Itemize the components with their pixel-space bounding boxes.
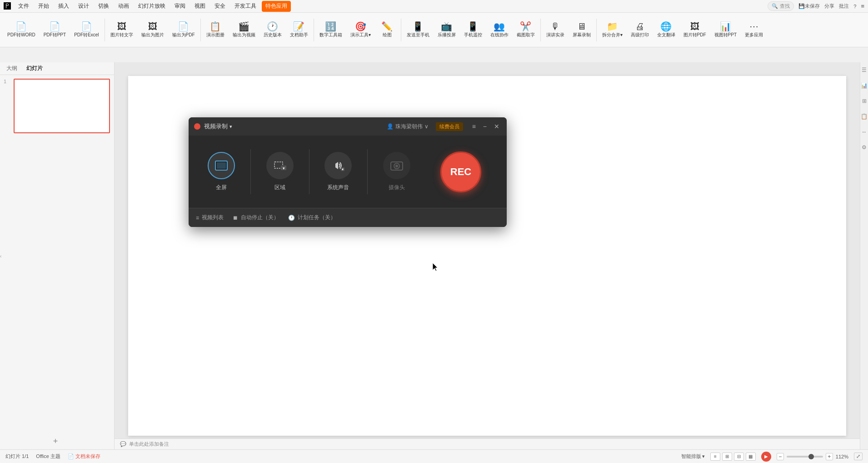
doc-assistant-icon: 📝 [293, 22, 304, 31]
toolbar-draw[interactable]: ✏️ 绘图 [375, 15, 399, 45]
play-slideshow-button[interactable]: ▶ [761, 452, 771, 462]
review-button[interactable]: 批注 [839, 3, 849, 10]
smart-sort-button[interactable]: 智能排版 ▾ [681, 453, 705, 460]
toolbar-pdf2excel[interactable]: 📄 PDF转Excel [70, 15, 102, 45]
present-tools-label: 演示工具▾ [350, 32, 371, 38]
notes-area[interactable]: 💬 单击此处添加备注 [115, 438, 860, 449]
zoom-slider[interactable] [787, 456, 823, 458]
doc-assistant-label: 文档助手 [290, 32, 308, 38]
rec-title-dropdown-icon[interactable]: ▾ [229, 124, 232, 129]
present-tools-icon: 🎯 [355, 22, 366, 31]
rec-schedule-button[interactable]: 🕐 计划任务（关） [288, 214, 336, 221]
right-panel-icon-6[interactable]: ⚙ [862, 144, 867, 151]
rec-option-audio[interactable]: ▾ 系统声音 [313, 145, 364, 199]
search-placeholder: 查找 [780, 3, 790, 10]
menu-security[interactable]: 安全 [211, 1, 229, 11]
help-button[interactable]: ? [853, 4, 856, 9]
rec-divider-2 [309, 149, 309, 194]
share-button[interactable]: 分享 [824, 3, 834, 10]
toolbar-pdf2word[interactable]: 📄 PDF转WORD [4, 15, 39, 45]
menu-special[interactable]: 特色应用 [262, 1, 291, 12]
fit-button[interactable]: ⤢ [854, 453, 863, 460]
rec-option-fullscreen[interactable]: 全屏 [196, 145, 247, 199]
rec-menu-icon[interactable]: ≡ [470, 122, 478, 131]
zoom-minus-button[interactable]: − [777, 453, 784, 460]
menu-view[interactable]: 视图 [191, 1, 209, 11]
rec-close-button[interactable]: ✕ [492, 122, 501, 131]
right-panel-icon-1[interactable]: ☰ [862, 67, 867, 73]
toolbar-output-video[interactable]: 🎬 输出为视频 [229, 15, 259, 45]
rec-option-camera[interactable]: 摄像头 [371, 145, 422, 199]
toolbar-send-phone[interactable]: 📱 发送至手机 [403, 15, 433, 45]
toolbar-online-collab[interactable]: 👥 在线协作 [487, 15, 512, 45]
rec-region-icon: ▾ [266, 152, 294, 179]
right-panel-icon-3[interactable]: ⊞ [862, 98, 867, 104]
save-button[interactable]: 💾未保存 [798, 3, 820, 10]
rec-option-region[interactable]: ▾ 区域 [254, 145, 305, 199]
toolbar-img2pdf[interactable]: 🖼 图片转PDF [680, 15, 710, 45]
menu-insert[interactable]: 插入 [55, 1, 73, 11]
menu-transition[interactable]: 切换 [95, 1, 113, 11]
toolbar-pdf2ppt[interactable]: 📄 PDF转PPT [40, 15, 70, 45]
view-list-btn[interactable]: ≡ [710, 453, 720, 461]
search-box[interactable]: 🔍 查找 [768, 1, 794, 11]
menu-slideshow[interactable]: 幻灯片放映 [135, 1, 169, 11]
rec-vip-button[interactable]: 续费会员 [436, 122, 463, 131]
toolbar-phone-remote[interactable]: 📱 手机遥控 [460, 15, 486, 45]
theme-info: Office 主题 [36, 453, 60, 460]
toolbar-screen-cast[interactable]: 📺 乐播投屏 [434, 15, 459, 45]
zoom-thumb[interactable] [808, 454, 814, 459]
menu-file[interactable]: 文件 [15, 1, 33, 11]
rec-user-dropdown-icon[interactable]: ∨ [424, 123, 429, 130]
right-panel-icon-2[interactable]: 📊 [861, 82, 868, 89]
toolbar-present-tools[interactable]: 🎯 演示工具▾ [347, 15, 374, 45]
num-tools-label: 数字工具箱 [319, 32, 342, 38]
num-tools-icon: 🔢 [325, 22, 336, 31]
more-button[interactable]: ≡ [861, 3, 864, 10]
toolbar-img2text[interactable]: 🖼 图片转文字 [107, 15, 137, 45]
online-collab-label: 在线协作 [490, 32, 509, 38]
toolbar-slideshow-album[interactable]: 📋 演示图册 [203, 15, 228, 45]
slide-thumbnail-1[interactable] [14, 79, 110, 133]
view-sorter-btn[interactable]: ▦ [746, 453, 756, 461]
rec-audio-icon: ▾ [324, 152, 352, 179]
toolbar-output-pdf[interactable]: 📄 输出为PDF [169, 15, 199, 45]
menu-design[interactable]: 设计 [75, 1, 93, 11]
toolbar-translate[interactable]: 🌐 全文翻译 [653, 15, 679, 45]
toolbar-view2ppt[interactable]: 📊 视图转PPT [711, 15, 740, 45]
rec-username: 珠海梁朝伟 [395, 123, 423, 131]
toolbar-num-tools[interactable]: 🔢 数字工具箱 [316, 15, 346, 45]
slide-info: 幻灯片 1/1 [5, 453, 29, 460]
right-panel-icon-5[interactable]: ↔ [862, 129, 867, 135]
rec-start-button[interactable]: REC [440, 151, 481, 192]
toolbar-more-apps[interactable]: ⋯ 更多应用 [741, 15, 767, 45]
toolbar-doc-assistant[interactable]: 📝 文档助手 [286, 15, 312, 45]
slide-item-1[interactable]: 1 [0, 75, 114, 137]
rec-video-list-button[interactable]: ≡ 视频列表 [196, 214, 224, 221]
toolbar-speech-rec[interactable]: 🎙 演讲实录 [543, 15, 568, 45]
zoom-plus-button[interactable]: + [826, 453, 833, 460]
translate-icon: 🌐 [660, 22, 672, 31]
add-slide-button[interactable]: + [50, 436, 61, 447]
view-normal-btn[interactable]: ⊞ [722, 453, 732, 461]
toolbar-adv-print[interactable]: 🖨 高级打印 [627, 15, 653, 45]
view-grid-btn[interactable]: ⊟ [734, 453, 744, 461]
menu-review[interactable]: 审阅 [171, 1, 189, 11]
panel-tab-slides[interactable]: 幻灯片 [24, 64, 45, 73]
doc-status-icon: 📄 [68, 453, 74, 459]
toolbar-screenshot[interactable]: ✂️ 截图取字 [513, 15, 539, 45]
right-panel-icon-4[interactable]: 📋 [861, 113, 868, 120]
toolbar-split-merge[interactable]: 📁 拆分合并▾ [599, 15, 626, 45]
pdf2word-label: PDF转WORD [7, 32, 35, 38]
panel-collapse-btn[interactable]: ‹ [0, 253, 1, 258]
svg-point-10 [395, 165, 398, 167]
rec-minimize-button[interactable]: − [481, 122, 489, 131]
toolbar-screen-record[interactable]: 🖥 屏幕录制 [569, 15, 594, 45]
toolbar-history[interactable]: 🕐 历史版本 [260, 15, 285, 45]
rec-auto-stop-button[interactable]: ⏹ 自动停止（关） [233, 214, 279, 221]
menu-animation[interactable]: 动画 [115, 1, 133, 11]
menu-devtools[interactable]: 开发工具 [231, 1, 260, 11]
menu-home[interactable]: 开始 [35, 1, 53, 11]
panel-tab-outline[interactable]: 大纲 [4, 64, 20, 73]
toolbar-output-img[interactable]: 🖼 输出为图片 [138, 15, 168, 45]
